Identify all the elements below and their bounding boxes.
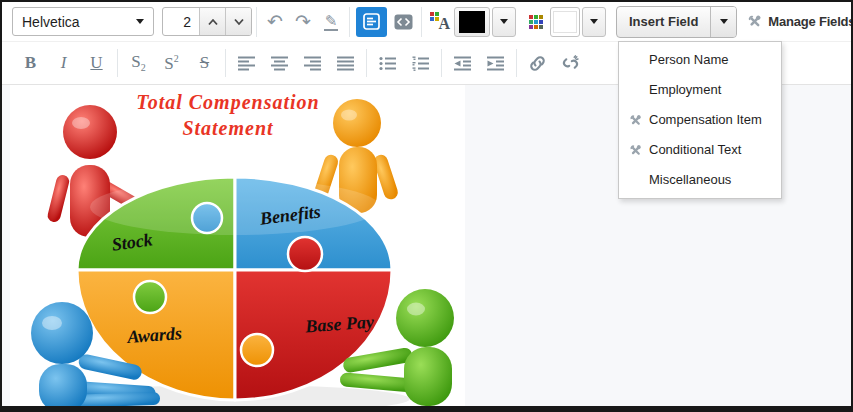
toolbar-separator xyxy=(366,49,367,77)
current-highlight-color-swatch[interactable] xyxy=(550,7,580,37)
puzzle-knob-orange xyxy=(241,334,273,366)
indent-button[interactable] xyxy=(479,47,512,79)
highlight-color-dropdown-button[interactable] xyxy=(582,7,606,37)
font-size-stepper: 2 xyxy=(162,7,252,36)
chevron-down-icon xyxy=(720,19,728,24)
insert-field-wrap: Insert Field Person Name Employment xyxy=(616,6,737,38)
highlight-color-button[interactable] xyxy=(522,7,550,37)
insert-field-dropdown-button[interactable] xyxy=(710,7,736,37)
document-lines-icon xyxy=(363,13,380,30)
align-justify-button[interactable] xyxy=(329,47,362,79)
unlink-icon xyxy=(561,54,580,73)
font-size-decrease-button[interactable] xyxy=(225,8,251,35)
remove-format-button[interactable]: ✎ xyxy=(317,7,345,37)
toolbar-row-1: Helvetica 2 ↶ ↷ ✎ xyxy=(2,2,851,42)
font-color-button[interactable]: A xyxy=(426,7,454,37)
editor-window: Helvetica 2 ↶ ↷ ✎ xyxy=(0,0,853,412)
toolbar-separator xyxy=(516,49,517,77)
remove-link-button[interactable] xyxy=(554,47,587,79)
align-center-icon xyxy=(271,56,289,71)
strikethrough-button[interactable]: S xyxy=(188,47,221,79)
font-family-select[interactable]: Helvetica xyxy=(12,7,154,36)
puzzle-knob-green xyxy=(134,281,166,313)
redo-icon: ↷ xyxy=(295,10,311,33)
align-right-icon xyxy=(304,56,322,71)
align-left-icon xyxy=(238,56,256,71)
menu-item-person-name[interactable]: Person Name xyxy=(619,45,781,75)
tools-icon xyxy=(628,143,643,158)
font-size-value: 2 xyxy=(163,8,199,35)
insert-field-menu: Person Name Employment Compensation Item xyxy=(618,41,782,199)
font-color-icon: A xyxy=(430,12,450,32)
segment-label-awards: Awards xyxy=(126,323,183,347)
toolbar-separator xyxy=(225,49,226,77)
chevron-down-icon xyxy=(233,18,245,26)
toolbar-separator xyxy=(349,7,350,37)
menu-item-conditional-text[interactable]: Conditional Text xyxy=(619,135,781,165)
align-left-button[interactable] xyxy=(230,47,263,79)
source-code-button[interactable] xyxy=(389,7,417,37)
image-title-line1: Total Compensation xyxy=(136,91,319,114)
toolbar-separator xyxy=(441,49,442,77)
menu-item-compensation-item[interactable]: Compensation Item xyxy=(619,105,781,135)
color-grid-icon xyxy=(529,15,543,29)
align-center-button[interactable] xyxy=(263,47,296,79)
chevron-down-icon xyxy=(500,19,508,24)
toolbar-separator xyxy=(117,49,118,77)
puzzle-knob-red xyxy=(288,237,322,271)
menu-item-employment[interactable]: Employment xyxy=(619,75,781,105)
superscript-button[interactable]: S2 xyxy=(155,47,188,79)
tools-icon xyxy=(746,13,763,30)
total-compensation-image[interactable]: Total Compensation Statement Stock Benef… xyxy=(10,85,465,406)
eraser-icon: ✎ xyxy=(324,13,339,31)
chevron-down-icon xyxy=(590,19,598,24)
numbered-list-button[interactable] xyxy=(404,47,437,79)
toolbar-separator xyxy=(421,7,422,37)
font-family-value: Helvetica xyxy=(22,14,80,30)
align-justify-icon xyxy=(337,56,355,71)
numbered-list-icon xyxy=(412,56,430,71)
white-color-swatch xyxy=(553,11,577,33)
manage-fields-label: Manage Fields xyxy=(768,14,853,29)
insert-field-button[interactable]: Insert Field xyxy=(617,7,710,37)
code-view-icon xyxy=(394,14,413,30)
underline-button[interactable]: U xyxy=(80,47,113,79)
tools-icon xyxy=(628,113,643,128)
italic-button[interactable]: I xyxy=(47,47,80,79)
outdent-icon xyxy=(454,56,472,71)
insert-field-button-group: Insert Field xyxy=(616,6,737,38)
link-icon xyxy=(528,54,547,73)
undo-icon: ↶ xyxy=(267,10,283,33)
chevron-up-icon xyxy=(207,18,219,26)
toolbar-separator xyxy=(256,7,257,37)
chevron-down-icon xyxy=(136,19,144,24)
bold-button[interactable]: B xyxy=(14,47,47,79)
manage-fields-button[interactable]: Manage Fields xyxy=(746,13,853,30)
redo-button[interactable]: ↷ xyxy=(289,7,317,37)
black-color-swatch xyxy=(459,11,485,33)
image-title-line2: Statement xyxy=(182,117,274,139)
indent-icon xyxy=(487,56,505,71)
bullet-list-button[interactable] xyxy=(371,47,404,79)
insert-link-button[interactable] xyxy=(521,47,554,79)
menu-item-miscellaneous[interactable]: Miscellaneous xyxy=(619,165,781,195)
align-right-button[interactable] xyxy=(296,47,329,79)
undo-button[interactable]: ↶ xyxy=(261,7,289,37)
font-color-dropdown-button[interactable] xyxy=(492,7,516,37)
rich-text-mode-button[interactable] xyxy=(356,7,387,37)
font-size-increase-button[interactable] xyxy=(199,8,225,35)
bullet-list-icon xyxy=(379,56,397,71)
outdent-button[interactable] xyxy=(446,47,479,79)
subscript-button[interactable]: S2 xyxy=(122,47,155,79)
current-font-color-swatch[interactable] xyxy=(454,7,490,37)
